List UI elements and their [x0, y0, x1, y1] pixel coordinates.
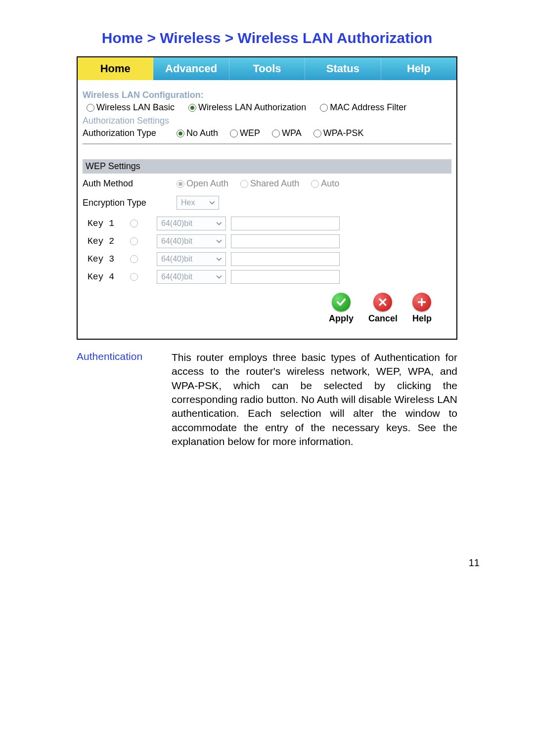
wep-settings-heading: WEP Settings	[83, 159, 451, 174]
wlan-config-options: Wireless LAN Basic Wireless LAN Authoriz…	[87, 102, 451, 113]
select-value: 64(40)bit	[161, 219, 192, 228]
cancel-label: Cancel	[368, 313, 398, 324]
chevron-down-icon	[215, 256, 223, 262]
radio-icon	[87, 104, 94, 112]
key4-input[interactable]	[231, 270, 340, 284]
select-value: Hex	[181, 198, 195, 207]
wlan-opt-authorization[interactable]: Wireless LAN Authorization	[188, 102, 306, 113]
cancel-button[interactable]	[373, 293, 392, 311]
key3-label: Key 3	[88, 254, 125, 264]
auth-settings-heading: Authorization Settings	[83, 116, 451, 126]
radio-label: Wireless LAN Authorization	[198, 102, 306, 113]
radio-label: MAC Address Filter	[330, 102, 406, 113]
apply-button[interactable]	[332, 293, 351, 311]
tab-tools[interactable]: Tools	[229, 57, 305, 80]
auth-type-wep[interactable]: WEP	[230, 128, 260, 138]
wlan-opt-mac-filter[interactable]: MAC Address Filter	[320, 102, 406, 113]
wlan-config-heading: Wireless LAN Configuration:	[83, 90, 451, 100]
key2-bits-select[interactable]: 64(40)bit	[157, 234, 226, 248]
apply-label: Apply	[329, 313, 354, 324]
select-value: 64(40)bit	[161, 237, 192, 246]
radio-icon	[230, 130, 238, 137]
tab-help[interactable]: Help	[381, 57, 456, 80]
key4-radio[interactable]	[130, 273, 138, 281]
wlan-opt-basic[interactable]: Wireless LAN Basic	[87, 102, 175, 113]
select-value: 64(40)bit	[161, 272, 192, 281]
tab-home[interactable]: Home	[78, 57, 153, 80]
radio-label: WPA-PSK	[323, 128, 364, 138]
key4-label: Key 4	[88, 272, 125, 282]
help-label: Help	[412, 313, 432, 324]
action-buttons: Apply Cancel Help	[83, 293, 451, 324]
auth-method-open[interactable]: Open Auth	[177, 178, 228, 189]
wep-keys: Key 1 64(40)bit Key 2 64(40)bit	[83, 217, 451, 284]
radio-label: WPA	[282, 128, 302, 138]
key1-input[interactable]	[231, 217, 340, 230]
select-value: 64(40)bit	[161, 255, 192, 264]
key3-bits-select[interactable]: 64(40)bit	[157, 252, 226, 266]
tab-advanced[interactable]: Advanced	[153, 57, 229, 80]
radio-label: WEP	[240, 128, 260, 138]
key3-input[interactable]	[231, 252, 340, 266]
breadcrumb: Home > Wireless > Wireless LAN Authoriza…	[54, 30, 480, 46]
key1-radio[interactable]	[130, 220, 138, 227]
radio-label: Shared Auth	[250, 178, 299, 189]
radio-label: No Auth	[186, 128, 218, 138]
key2-radio[interactable]	[130, 237, 138, 245]
chevron-down-icon	[208, 200, 217, 206]
key2-label: Key 2	[88, 236, 125, 246]
radio-label: Open Auth	[186, 178, 228, 189]
radio-icon	[311, 180, 319, 188]
chevron-down-icon	[215, 221, 223, 226]
radio-icon	[240, 180, 248, 188]
description-body: This router employs three basic types of…	[172, 351, 457, 448]
radio-icon	[188, 104, 196, 112]
tab-status[interactable]: Status	[305, 57, 381, 80]
config-panel: Home Advanced Tools Status Help Wireless…	[77, 56, 457, 340]
auth-type-noauth[interactable]: No Auth	[177, 128, 218, 138]
key3-radio[interactable]	[130, 255, 138, 263]
auth-type-wpapsk[interactable]: WPA-PSK	[313, 128, 364, 138]
auth-type-wpa[interactable]: WPA	[272, 128, 302, 138]
auth-method-auto[interactable]: Auto	[311, 178, 339, 189]
chevron-down-icon	[215, 274, 223, 280]
chevron-down-icon	[215, 238, 223, 244]
auth-type-label: Authorization Type	[83, 128, 177, 138]
radio-label: Auto	[321, 178, 339, 189]
page-number: 11	[54, 557, 480, 569]
close-icon	[378, 297, 388, 307]
key4-bits-select[interactable]: 64(40)bit	[157, 270, 226, 284]
key1-label: Key 1	[88, 219, 125, 228]
check-icon	[336, 297, 347, 308]
radio-icon	[272, 130, 280, 137]
radio-label: Wireless LAN Basic	[96, 102, 175, 113]
radio-icon	[313, 130, 321, 137]
plus-icon	[417, 297, 427, 307]
encryption-type-label: Encryption Type	[83, 198, 177, 208]
key1-bits-select[interactable]: 64(40)bit	[157, 217, 226, 230]
radio-icon	[320, 104, 328, 112]
tab-bar: Home Advanced Tools Status Help	[78, 57, 456, 80]
key2-input[interactable]	[231, 234, 340, 248]
description-block: Authentication This router employs three…	[77, 351, 457, 448]
auth-method-shared[interactable]: Shared Auth	[240, 178, 299, 189]
radio-icon	[177, 130, 184, 137]
auth-method-label: Auth Method	[83, 178, 177, 189]
encryption-type-select[interactable]: Hex	[177, 196, 219, 210]
radio-icon	[177, 180, 184, 188]
description-term: Authentication	[77, 351, 166, 448]
help-button[interactable]	[412, 293, 431, 311]
